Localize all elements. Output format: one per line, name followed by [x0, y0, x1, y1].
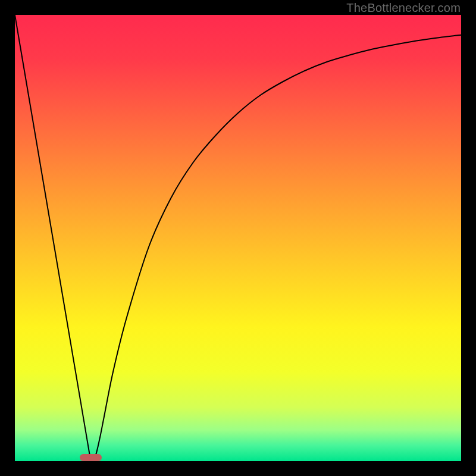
curve-layer [15, 15, 461, 461]
plot-area [15, 15, 461, 461]
chart-frame: TheBottlenecker.com [0, 0, 476, 476]
watermark-text: TheBottlenecker.com [346, 1, 461, 15]
curve-left-branch [15, 15, 91, 461]
curve-right-branch [91, 35, 462, 461]
minimum-marker [80, 454, 102, 461]
